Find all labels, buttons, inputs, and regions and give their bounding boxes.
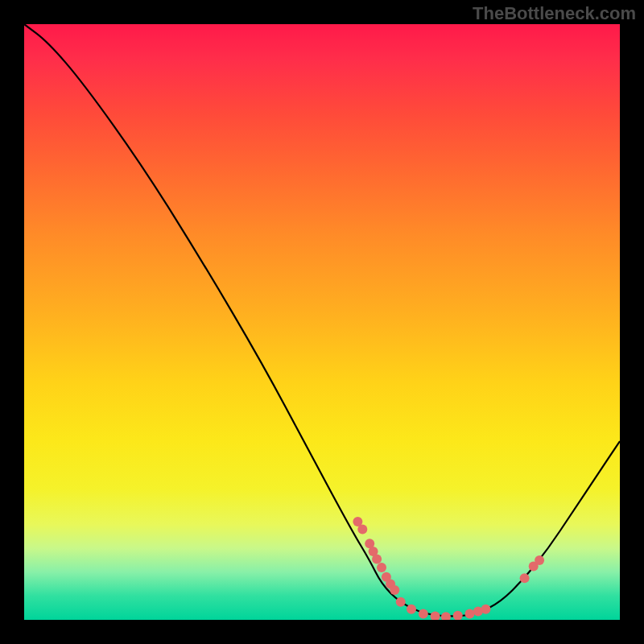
data-marker	[453, 611, 463, 620]
data-marker	[377, 563, 386, 572]
data-marker	[419, 609, 428, 619]
data-marker	[520, 573, 530, 583]
data-marker	[372, 555, 382, 564]
data-marker	[396, 597, 406, 607]
data-marker	[481, 605, 491, 614]
bottleneck-curve	[24, 24, 620, 616]
data-marker	[407, 605, 416, 614]
data-marker	[357, 525, 367, 535]
data-marker	[535, 555, 544, 565]
data-marker	[465, 609, 475, 619]
curve-svg	[24, 24, 620, 620]
plot-area	[24, 24, 620, 620]
data-markers	[353, 517, 544, 620]
watermark-text: TheBottleneck.com	[473, 3, 636, 24]
data-marker	[441, 612, 451, 620]
data-marker	[390, 585, 399, 595]
data-marker	[431, 612, 440, 620]
